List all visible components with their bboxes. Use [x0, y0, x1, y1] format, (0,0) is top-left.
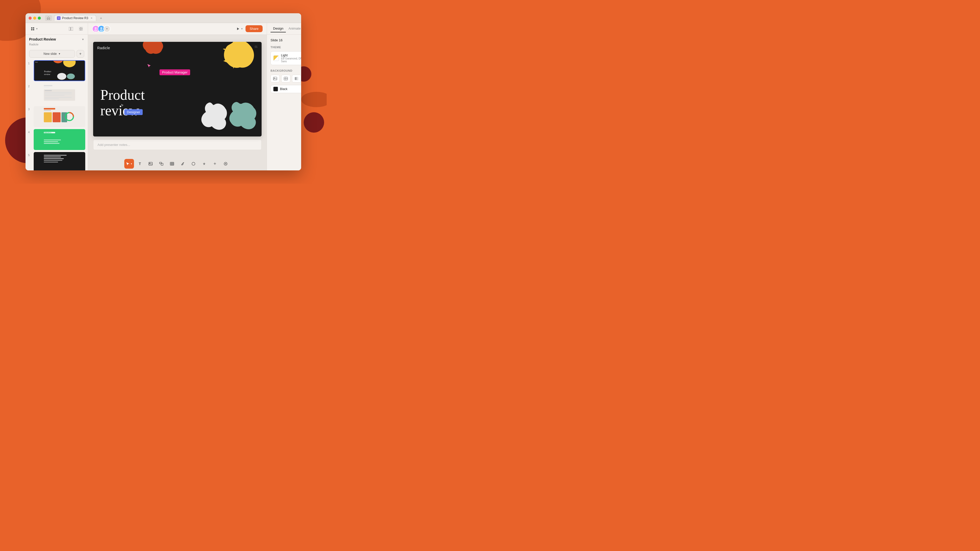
svg-rect-42 [44, 158, 64, 159]
table-tool-button[interactable] [167, 159, 177, 168]
draw-tool-button[interactable] [178, 159, 188, 168]
svg-rect-25 [45, 94, 72, 94]
presenter-notes-area[interactable]: Add presenter notes... [93, 140, 262, 150]
bg-color-swatch [273, 87, 278, 91]
main-area: ▼ ▼ Share Radicle 01 [88, 23, 267, 170]
image-tool-button[interactable] [146, 159, 156, 168]
new-slide-label: New slide [44, 52, 57, 56]
bg-image-button[interactable] [270, 75, 280, 83]
avatar-dropdown[interactable]: ▼ [103, 25, 110, 32]
home-button[interactable] [45, 15, 52, 21]
presenter-notes-placeholder: Add presenter notes... [97, 143, 130, 147]
svg-rect-2 [58, 18, 59, 19]
presentation-subtitle: Radicle [25, 43, 88, 48]
svg-rect-39 [44, 143, 59, 144]
svg-rect-60 [159, 162, 162, 164]
view-switcher-button[interactable]: ▼ [29, 26, 40, 32]
canvas-wrapper: Radicle 01 [88, 35, 267, 157]
ai-tool-button[interactable] [199, 159, 209, 168]
new-tab-button[interactable]: + [98, 15, 104, 21]
slides-list: 1 Radicle Product review [25, 60, 88, 170]
background-section-label: Background [270, 69, 301, 72]
select-tool-button[interactable]: ▼ [124, 159, 134, 168]
svg-rect-40 [44, 155, 67, 156]
svg-point-18 [57, 73, 66, 80]
svg-text:Product: Product [44, 70, 51, 73]
presentation-title: Product Review [29, 37, 56, 41]
tab-title: Product Review R3 [62, 16, 88, 20]
theme-fonts: EB Garamond, DM Sans [281, 57, 301, 63]
slide-item-1[interactable]: 1 Radicle Product review [28, 60, 85, 81]
svg-point-49 [100, 27, 103, 29]
more-tool-button[interactable] [221, 159, 231, 168]
browser-tab[interactable]: Product Review R3 ✕ [54, 15, 96, 21]
tab-icon [57, 16, 60, 20]
tab-animate[interactable]: Animate [286, 25, 301, 32]
maximize-button[interactable] [38, 17, 41, 20]
svg-rect-37 [44, 140, 61, 140]
svg-rect-41 [44, 157, 61, 157]
svg-point-19 [67, 73, 75, 79]
slide-number-4: 4 [28, 130, 32, 134]
svg-rect-30 [44, 110, 51, 111]
svg-rect-21 [44, 87, 49, 88]
svg-point-47 [94, 29, 97, 32]
bg-gradient-button[interactable] [292, 75, 301, 83]
slide-item-5[interactable]: 5 [28, 152, 85, 170]
theme-name: Light [281, 54, 301, 57]
traffic-lights [29, 17, 41, 20]
theme-info: Light EB Garamond, DM Sans [281, 54, 301, 63]
svg-rect-23 [45, 90, 52, 91]
background-image-options [270, 75, 301, 83]
svg-rect-4 [31, 27, 32, 29]
svg-rect-62 [170, 162, 174, 165]
svg-rect-44 [44, 162, 58, 162]
svg-rect-71 [273, 77, 277, 80]
share-button[interactable]: Share [245, 25, 262, 32]
sidebar-toggle-button[interactable] [67, 26, 75, 32]
svg-rect-11 [81, 27, 83, 29]
play-button[interactable]: ▼ [234, 26, 245, 32]
title-dropdown-icon[interactable]: ▼ [82, 38, 84, 41]
right-panel: Design Animate 100% ▼ Slide 16 Theme Lig… [267, 23, 301, 170]
slide-logo: Radicle [97, 46, 110, 50]
text-icon: T [139, 162, 141, 166]
slide-canvas[interactable]: Radicle 01 [93, 42, 262, 137]
group-tool-button[interactable] [156, 159, 166, 168]
svg-point-15 [63, 61, 76, 67]
tab-close-button[interactable]: ✕ [90, 16, 94, 20]
svg-point-14 [53, 61, 63, 63]
tab-design[interactable]: Design [270, 25, 286, 32]
slide-item-2[interactable]: 2 [28, 83, 85, 104]
minimize-button[interactable] [33, 17, 36, 20]
add-tool-button[interactable]: + [210, 159, 220, 168]
grid-view-button[interactable] [77, 26, 85, 32]
sidebar-toolbar: ▼ [25, 23, 88, 35]
svg-text:review: review [44, 73, 51, 76]
background-color-picker[interactable]: Black ▼ [270, 85, 301, 93]
svg-rect-76 [295, 77, 298, 80]
theme-selector[interactable]: Light EB Garamond, DM Sans ▼ [270, 51, 301, 65]
slide-item-4[interactable]: 4 RESEARCH + [28, 129, 85, 150]
sidebar: ▼ [25, 23, 88, 170]
orange-blob [134, 42, 167, 65]
svg-point-68 [224, 162, 227, 165]
slide-thumbnail-2 [34, 83, 85, 104]
chevron-down-icon: ▼ [36, 27, 38, 30]
slide-text-line1: Product [100, 87, 145, 103]
slide-thumbnail-4: RESEARCH + [34, 129, 85, 150]
grid-icon [30, 27, 35, 31]
svg-point-46 [95, 27, 97, 29]
title-bar: Product Review R3 ✕ + [25, 13, 301, 23]
text-tool-button[interactable]: T [135, 159, 145, 168]
shape-tool-button[interactable] [189, 159, 198, 168]
slide-item-3[interactable]: 3 [28, 106, 85, 127]
add-slide-button[interactable]: + [76, 50, 84, 58]
svg-rect-24 [45, 92, 72, 93]
bg-pattern-button[interactable] [281, 75, 290, 83]
svg-rect-27 [45, 97, 72, 97]
new-slide-button[interactable]: New slide ▼ [29, 50, 75, 58]
slide-number-1: 1 [28, 62, 32, 65]
close-button[interactable] [29, 17, 32, 20]
slide-thumbnail-5 [34, 152, 85, 170]
